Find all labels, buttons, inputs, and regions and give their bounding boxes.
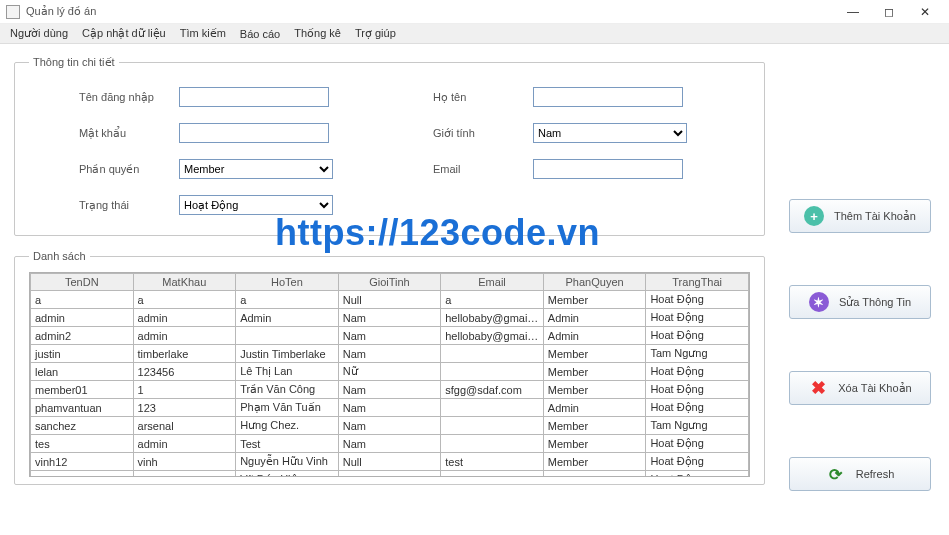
- table-cell[interactable]: 123: [133, 399, 236, 417]
- table-cell[interactable]: Nam: [338, 309, 441, 327]
- table-cell[interactable]: Member: [543, 453, 646, 471]
- table-cell[interactable]: Nam: [338, 327, 441, 345]
- input-email[interactable]: [533, 159, 683, 179]
- table-cell[interactable]: member01: [31, 381, 134, 399]
- table-cell[interactable]: Admin: [543, 309, 646, 327]
- table-cell[interactable]: Nam: [338, 435, 441, 453]
- table-row[interactable]: adminadminAdminNamhellobaby@gmail.comAdm…: [31, 309, 749, 327]
- table-cell[interactable]: Hoat Động: [646, 453, 749, 471]
- table-cell[interactable]: tes: [31, 435, 134, 453]
- table-cell[interactable]: Member: [543, 363, 646, 381]
- table-row[interactable]: member011Trần Văn CôngNamsfgg@sdaf.comMe…: [31, 381, 749, 399]
- table-cell[interactable]: justin: [31, 345, 134, 363]
- table-cell[interactable]: admin: [133, 435, 236, 453]
- table-row[interactable]: admin2adminNamhellobaby@gmail.comAdminHo…: [31, 327, 749, 345]
- table-cell[interactable]: Hoat Động: [646, 363, 749, 381]
- col-trangthai[interactable]: TrangThai: [646, 274, 749, 291]
- table-cell[interactable]: Hoat Động: [646, 291, 749, 309]
- col-phanquyen[interactable]: PhanQuyen: [543, 274, 646, 291]
- table-cell[interactable]: Admin: [543, 399, 646, 417]
- maximize-button[interactable]: ◻: [871, 2, 907, 22]
- table-cell[interactable]: 1: [133, 381, 236, 399]
- input-username[interactable]: [179, 87, 329, 107]
- select-status[interactable]: Hoạt Động: [179, 195, 333, 215]
- table-cell[interactable]: sfgg@sdaf.com: [441, 381, 544, 399]
- table-cell[interactable]: admin: [133, 309, 236, 327]
- col-tendn[interactable]: TenDN: [31, 274, 134, 291]
- table-cell[interactable]: phamvantuan: [31, 399, 134, 417]
- table-cell[interactable]: Justin Timberlake: [236, 345, 339, 363]
- table-cell[interactable]: Tam Ngưng: [646, 345, 749, 363]
- table-cell[interactable]: Hoat Động: [646, 471, 749, 478]
- select-gender[interactable]: Nam: [533, 123, 687, 143]
- table-cell[interactable]: sanchez: [31, 417, 134, 435]
- table-cell[interactable]: test: [441, 453, 544, 471]
- table-cell[interactable]: [441, 345, 544, 363]
- menu-report[interactable]: Báo cáo: [234, 26, 286, 42]
- table-cell[interactable]: Nguyễn Hữu Vinh: [236, 453, 339, 471]
- table-cell[interactable]: Trần Văn Công: [236, 381, 339, 399]
- table-cell[interactable]: Lê Thị Lan: [236, 363, 339, 381]
- table-cell[interactable]: Member: [543, 417, 646, 435]
- table-cell[interactable]: Hưng Chez.: [236, 417, 339, 435]
- table-cell[interactable]: Phạm Văn Tuấn: [236, 399, 339, 417]
- col-matkhau[interactable]: MatKhau: [133, 274, 236, 291]
- menu-update-data[interactable]: Cập nhật dữ liệu: [76, 25, 172, 42]
- table-row[interactable]: vinh12vinhNguyễn Hữu VinhNulltestMemberH…: [31, 453, 749, 471]
- table-cell[interactable]: Member: [543, 345, 646, 363]
- table-cell[interactable]: vinh: [133, 453, 236, 471]
- table-cell[interactable]: [441, 417, 544, 435]
- table-cell[interactable]: Nam: [338, 471, 441, 478]
- select-role[interactable]: Member: [179, 159, 333, 179]
- table-cell[interactable]: 123456: [133, 363, 236, 381]
- table-cell[interactable]: Nam: [338, 399, 441, 417]
- menu-statistics[interactable]: Thống kê: [288, 25, 347, 42]
- table-cell[interactable]: [441, 435, 544, 453]
- table-cell[interactable]: Tam Ngưng: [646, 417, 749, 435]
- menu-users[interactable]: Người dùng: [4, 25, 74, 42]
- table-cell[interactable]: Admin: [543, 471, 646, 478]
- table-cell[interactable]: Vũ Đức Hiệp: [236, 471, 339, 478]
- table-cell[interactable]: admin: [31, 309, 134, 327]
- table-cell[interactable]: a: [133, 291, 236, 309]
- table-row[interactable]: justintimberlakeJustin TimberlakeNamMemb…: [31, 345, 749, 363]
- col-email[interactable]: Email: [441, 274, 544, 291]
- table-cell[interactable]: vinh12: [31, 453, 134, 471]
- table-cell[interactable]: vuduchiep: [31, 471, 134, 478]
- table-cell[interactable]: admin: [133, 327, 236, 345]
- table-row[interactable]: sanchezarsenalHưng Chez.NamMemberTam Ngư…: [31, 417, 749, 435]
- table-cell[interactable]: timberlake: [133, 345, 236, 363]
- table-cell[interactable]: Hoat Động: [646, 381, 749, 399]
- table-cell[interactable]: hellobaby@gmail.com: [441, 309, 544, 327]
- table-cell[interactable]: Test: [236, 435, 339, 453]
- table-scroll[interactable]: TenDN MatKhau HoTen GioiTinh Email PhanQ…: [29, 272, 750, 477]
- table-cell[interactable]: Hoat Động: [646, 327, 749, 345]
- table-cell[interactable]: Admin: [543, 327, 646, 345]
- refresh-button[interactable]: ⟳ Refresh: [789, 457, 931, 491]
- edit-info-button[interactable]: ✶ Sửa Thông Tin: [789, 285, 931, 319]
- table-cell[interactable]: a: [236, 291, 339, 309]
- table-cell[interactable]: Nam: [338, 381, 441, 399]
- table-cell[interactable]: Hoat Động: [646, 435, 749, 453]
- table-row[interactable]: tesadminTestNamMemberHoat Động: [31, 435, 749, 453]
- table-cell[interactable]: hellobaby@gmail.com: [441, 327, 544, 345]
- table-cell[interactable]: Nam: [338, 345, 441, 363]
- input-password[interactable]: [179, 123, 329, 143]
- close-button[interactable]: ✕: [907, 2, 943, 22]
- table-cell[interactable]: [236, 327, 339, 345]
- table-cell[interactable]: Hoat Động: [646, 399, 749, 417]
- table-row[interactable]: lelan123456Lê Thị LanNữMemberHoat Động: [31, 363, 749, 381]
- table-cell[interactable]: Member: [543, 291, 646, 309]
- table-cell[interactable]: lelan: [31, 363, 134, 381]
- minimize-button[interactable]: —: [835, 2, 871, 22]
- col-gioitinh[interactable]: GioiTinh: [338, 274, 441, 291]
- add-account-button[interactable]: + Thêm Tài Khoản: [789, 199, 931, 233]
- menu-help[interactable]: Trợ giúp: [349, 25, 402, 42]
- table-cell[interactable]: Hoat Động: [646, 309, 749, 327]
- table-cell[interactable]: Nam: [338, 417, 441, 435]
- table-cell[interactable]: [441, 399, 544, 417]
- table-row[interactable]: phamvantuan123Phạm Văn TuấnNamAdminHoat …: [31, 399, 749, 417]
- table-row[interactable]: aaaNullaMemberHoat Động: [31, 291, 749, 309]
- table-cell[interactable]: Member: [543, 435, 646, 453]
- delete-account-button[interactable]: ✖ Xóa Tài Khoản: [789, 371, 931, 405]
